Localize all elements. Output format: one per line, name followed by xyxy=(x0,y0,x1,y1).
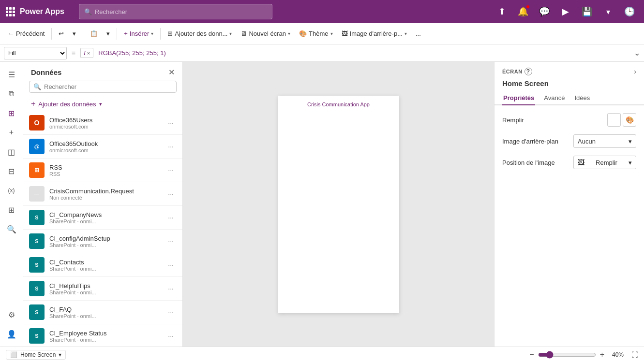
account-icon[interactable]: 👤 xyxy=(3,325,20,343)
data-item-menu-button[interactable]: ··· xyxy=(165,189,177,199)
new-screen-button[interactable]: 🖥 Nouvel écran ▾ xyxy=(237,28,294,39)
add-data-button[interactable]: + Ajouter des données ▾ xyxy=(23,97,182,111)
data-item-icon: @ xyxy=(29,139,45,154)
bg-image-dropdown[interactable]: Aucun ▾ xyxy=(573,134,636,148)
screens-icon[interactable]: ⊟ xyxy=(3,162,20,180)
data-icon[interactable]: ⊞ xyxy=(3,104,20,122)
data-panel-header: Données ✕ xyxy=(23,62,182,81)
back-icon: ← xyxy=(8,30,14,37)
formula-input[interactable] xyxy=(96,49,631,57)
image-position-property-row: Position de l'image 🖼 Remplir ▾ xyxy=(502,156,636,169)
right-tab-avancé[interactable]: Avancé xyxy=(543,91,566,105)
fill-property-row: Remplir 🎨 xyxy=(502,113,636,127)
data-item-icon: O xyxy=(29,115,45,130)
fill-label: Remplir xyxy=(502,116,603,124)
chat-button[interactable]: 💬 xyxy=(536,3,553,20)
help-icon[interactable]: ? xyxy=(524,68,532,75)
settings-icon[interactable]: ⚙ xyxy=(3,306,20,323)
image-position-dropdown[interactable]: 🖼 Remplir ▾ xyxy=(573,156,636,169)
data-item-menu-button[interactable]: ··· xyxy=(165,118,177,128)
expand-panel-icon[interactable]: › xyxy=(634,68,636,75)
screen-name: Home Screen xyxy=(494,77,644,91)
canvas-area: Crisis Communication App xyxy=(183,62,494,347)
right-tab-propriétés[interactable]: Propriétés xyxy=(502,91,535,105)
data-list-item[interactable]: — CrisisCommunication.Request Non connec… xyxy=(23,182,182,206)
zoom-in-button[interactable]: + xyxy=(600,350,604,359)
add-data-button[interactable]: ⊞ Ajouter des donn... ▾ xyxy=(164,28,236,39)
data-item-menu-button[interactable]: ··· xyxy=(165,142,177,151)
data-item-menu-button[interactable]: ··· xyxy=(165,165,177,175)
main-toolbar: ← Précédent ↩ ▾ 📋 ▾ + Insérer ▾ ⊞ Ajoute… xyxy=(0,23,644,44)
zoom-slider[interactable] xyxy=(538,351,596,359)
fx-button[interactable]: f × xyxy=(80,48,93,58)
zoom-out-button[interactable]: − xyxy=(529,350,534,359)
zoom-percentage: 40% xyxy=(608,351,628,358)
data-item-menu-button[interactable]: ··· xyxy=(165,236,177,246)
undo-icon: ↩ xyxy=(59,30,64,37)
chevron-down-icon[interactable]: ▾ xyxy=(599,3,617,20)
data-item-sub: SharePoint · onmi... xyxy=(49,290,160,295)
copy-button[interactable]: 📋 xyxy=(86,28,102,39)
right-panel: ÉCRAN ? › Home Screen PropriétésAvancéId… xyxy=(494,62,644,347)
data-item-info: CI_HelpfulTips SharePoint · onmi... xyxy=(49,282,160,295)
data-item-info: CI_configAdminSetup SharePoint · onmi... xyxy=(49,235,160,248)
close-data-panel-button[interactable]: ✕ xyxy=(168,68,175,77)
data-search-input[interactable] xyxy=(44,83,172,90)
data-item-menu-button[interactable]: ··· xyxy=(165,284,177,293)
data-list-item[interactable]: S CI_FAQ SharePoint · onmi... ··· xyxy=(23,301,182,324)
data-item-menu-button[interactable]: ··· xyxy=(165,331,177,341)
layers-icon[interactable]: ⧉ xyxy=(3,85,20,102)
global-search[interactable]: 🔍 Rechercher xyxy=(79,4,272,19)
undo-button[interactable]: ↩ xyxy=(55,28,68,39)
back-button[interactable]: ← Précédent xyxy=(4,28,48,39)
data-search-box[interactable]: 🔍 xyxy=(29,81,177,93)
data-item-menu-button[interactable]: ··· xyxy=(165,260,177,270)
copy-dropdown[interactable]: ▾ xyxy=(103,28,114,39)
property-selector[interactable]: Fill xyxy=(4,47,67,59)
bg-image-button[interactable]: 🖼 Image d'arrière-p... ▾ xyxy=(338,28,411,39)
screen-tab[interactable]: ⬜ Home Screen ▾ xyxy=(6,350,66,360)
data-item-sub: onmicrosoft.com xyxy=(49,147,160,153)
data-item-menu-button[interactable]: ··· xyxy=(165,213,177,222)
color-dropper-button[interactable]: 🎨 xyxy=(623,113,636,127)
data-list-item[interactable]: S CI_Contacts SharePoint · onmi... ··· xyxy=(23,253,182,277)
app-grid-menu[interactable] xyxy=(6,7,15,16)
data-list-item[interactable]: S CI_CompanyNews SharePoint · onmi... ··… xyxy=(23,206,182,230)
theme-button[interactable]: 🎨 Thème ▾ xyxy=(295,28,336,39)
data-list-item[interactable]: S CI_HelpfulTips SharePoint · onmi... ··… xyxy=(23,277,182,301)
more-button[interactable]: ... xyxy=(412,28,425,39)
controls-icon[interactable]: ⊞ xyxy=(3,201,20,218)
expand-formula-icon[interactable]: ⌄ xyxy=(634,48,640,58)
menu-icon[interactable]: ☰ xyxy=(3,66,20,83)
data-list-item[interactable]: @ Office365Outlook onmicrosoft.com ··· xyxy=(23,135,182,159)
insert-button[interactable]: + Insérer ▾ xyxy=(120,28,157,39)
data-list-item[interactable]: ⊞ RSS RSS ··· xyxy=(23,159,182,182)
notifications-button[interactable]: 🔔 xyxy=(514,3,532,20)
data-list-item[interactable]: O Office365Users onmicrosoft.com ··· xyxy=(23,111,182,135)
components-icon[interactable]: ◫ xyxy=(3,143,20,160)
add-icon[interactable]: + xyxy=(3,124,20,141)
data-list-item[interactable]: S CI_configAdminSetup SharePoint · onmi.… xyxy=(23,230,182,253)
share-button[interactable]: ⬆ xyxy=(493,3,510,20)
data-list-item[interactable]: S CI_Employee Status SharePoint · onmi..… xyxy=(23,324,182,347)
image-position-label: Position de l'image xyxy=(502,159,569,166)
play-button[interactable]: ▶ xyxy=(557,3,574,20)
history-button[interactable]: 🕒 xyxy=(621,3,638,20)
data-item-info: RSS RSS xyxy=(49,164,160,177)
toolbar-separator-2 xyxy=(83,28,83,40)
search-sidebar-icon[interactable]: 🔍 xyxy=(3,220,20,238)
data-item-sub: SharePoint · onmi... xyxy=(49,242,160,248)
data-item-sub: Non connecté xyxy=(49,195,160,201)
fullscreen-button[interactable]: ⛶ xyxy=(631,351,638,359)
plus-icon: + xyxy=(124,30,128,37)
bottom-bar: ⬜ Home Screen ▾ − + 40% ⛶ xyxy=(0,347,644,362)
color-swatch[interactable] xyxy=(607,113,621,127)
undo-dropdown[interactable]: ▾ xyxy=(69,28,80,39)
right-tab-idées[interactable]: Idées xyxy=(573,91,591,105)
data-item-menu-button[interactable]: ··· xyxy=(165,307,177,317)
chevron-down-icon: ▾ xyxy=(404,31,407,36)
save-button[interactable]: 💾 xyxy=(578,3,596,20)
variables-icon[interactable]: (x) xyxy=(3,182,20,199)
chevron-down-icon: ▾ xyxy=(330,31,333,36)
image-position-icon: 🖼 xyxy=(578,159,584,166)
